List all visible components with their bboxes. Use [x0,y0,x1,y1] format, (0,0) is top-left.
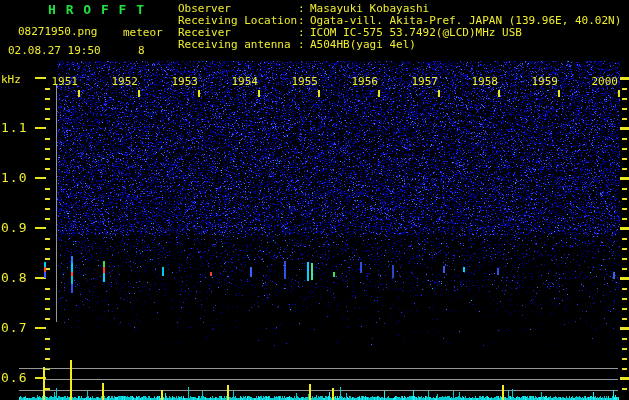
time-label: 1952 [94,76,138,88]
time-label: 1954 [214,76,258,88]
observation-datetime: 02.08.27 19:50 [8,45,101,57]
time-label: 1951 [34,76,78,88]
app-title: H R O F F T [48,4,145,16]
observation-mode: meteor [123,27,163,39]
meteor-count: 8 [138,45,145,57]
info-row-antenna: Receiving antenna:A504HB(yagi 4el) [178,39,621,51]
spectrogram-canvas [0,0,629,400]
time-label: 1955 [274,76,318,88]
freq-axis-unit-label: kHz [1,74,21,86]
time-label: 1956 [334,76,378,88]
time-label: 1957 [394,76,438,88]
info-label: Receiving antenna [178,39,298,51]
time-label: 1958 [454,76,498,88]
info-colon: : [298,39,310,51]
freq-label: 0.7 [1,321,27,334]
info-value: A504HB(yagi 4el) [310,39,416,51]
freq-label: 0.6 [1,371,27,384]
time-label: 1959 [514,76,558,88]
time-label: 2000 [574,76,618,88]
station-info: Observer:Masayuki Kobayashi Receiving Lo… [178,3,621,51]
time-label: 1953 [154,76,198,88]
output-filename: 08271950.png [18,26,97,38]
hrofft-screen: H R O F F T 08271950.png meteor 02.08.27… [0,0,629,400]
freq-label: 0.8 [1,271,27,284]
freq-label: 1.1 [1,121,27,134]
freq-label: 0.9 [1,221,27,234]
freq-label: 1.0 [1,171,27,184]
